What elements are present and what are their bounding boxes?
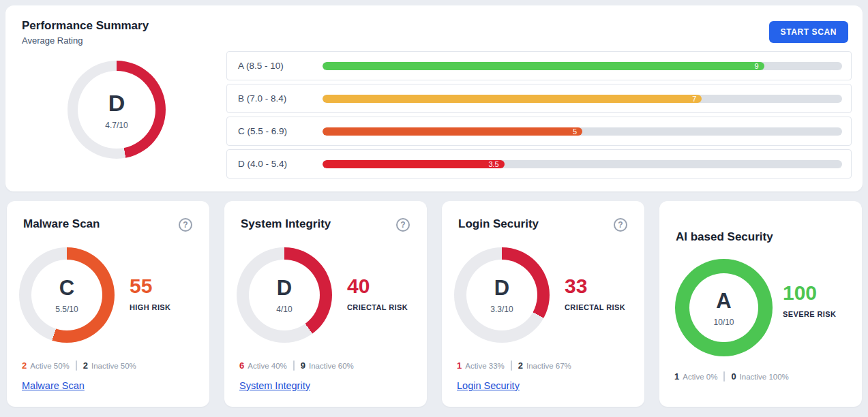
active-count: 2 xyxy=(22,360,27,371)
help-icon[interactable]: ? xyxy=(396,218,410,232)
card-title: System Integrity xyxy=(241,217,331,231)
risk-summary: 40 CRIECTAL RISK xyxy=(347,275,408,311)
grade-breakdown-list: A (8.5 - 10) 9 B (7.0 - 8.4) 7 C (5.5 - … xyxy=(226,51,852,182)
malware-scan-link[interactable]: Malware Scan xyxy=(22,380,85,391)
system-integrity-card: System Integrity ? D 4/10 40 CRIECTAL RI… xyxy=(224,201,427,407)
ai-based-security-card: AI based Security A 10/10 100 SEVERE RIS… xyxy=(659,201,862,407)
grade-row-c: C (5.5 - 6.9) 5 xyxy=(226,117,852,146)
grade-bar-fill: 3.5 xyxy=(323,160,505,168)
active-label: Active 40% xyxy=(248,362,287,370)
grade-row-label: D (4.0 - 5.4) xyxy=(238,159,323,169)
average-grade-letter: D xyxy=(108,90,125,117)
grade-letter: C xyxy=(59,276,74,300)
active-inactive-stats: 6 Active 40% 9 Inactive 60% xyxy=(239,360,354,371)
active-label: Active 33% xyxy=(465,362,505,370)
inactive-count: 9 xyxy=(301,360,305,371)
active-count: 1 xyxy=(674,371,679,382)
grade-bar-value: 3.5 xyxy=(488,160,498,168)
system-integrity-link[interactable]: System Integrity xyxy=(239,380,310,391)
help-icon[interactable]: ? xyxy=(179,218,192,232)
risk-label: HIGH RISK xyxy=(130,303,170,311)
grade-row-label: B (7.0 - 8.4) xyxy=(238,93,323,104)
login-security-link[interactable]: Login Security xyxy=(457,380,520,391)
stats-divider xyxy=(76,360,77,371)
risk-label: CRIECTAL RISK xyxy=(565,303,625,311)
grade-score: 10/10 xyxy=(713,318,734,327)
grade-bar-fill: 9 xyxy=(323,62,764,70)
risk-label: SEVERE RISK xyxy=(783,310,836,318)
system-integrity-donut: D 4/10 xyxy=(237,247,332,343)
stats-divider xyxy=(511,360,512,371)
malware-scan-donut: C 5.5/10 xyxy=(19,247,115,343)
grade-score: 3.3/10 xyxy=(490,305,513,314)
grade-bar-track: 9 xyxy=(323,62,842,70)
inactive-count: 2 xyxy=(83,360,88,371)
risk-value: 100 xyxy=(783,281,836,305)
risk-summary: 100 SEVERE RISK xyxy=(783,281,836,318)
grade-bar-value: 5 xyxy=(573,127,577,136)
grade-score: 5.5/10 xyxy=(55,305,78,314)
average-rating-donut: D 4.7/10 xyxy=(68,61,166,159)
grade-bar-value: 7 xyxy=(692,95,696,103)
active-inactive-stats: 1 Active 0% 0 Inactive 100% xyxy=(674,371,789,382)
card-title: AI based Security xyxy=(676,230,773,244)
risk-label: CRIECTAL RISK xyxy=(347,303,408,311)
inactive-label: Inactive 67% xyxy=(526,362,571,370)
grade-score: 4/10 xyxy=(276,305,292,314)
average-grade-score: 4.7/10 xyxy=(105,121,128,130)
risk-summary: 33 CRIECTAL RISK xyxy=(565,275,625,311)
inactive-label: Inactive 60% xyxy=(309,362,354,370)
risk-value: 33 xyxy=(565,275,625,298)
inactive-label: Inactive 50% xyxy=(91,362,136,370)
grade-bar-track: 7 xyxy=(323,95,842,103)
risk-summary: 55 HIGH RISK xyxy=(130,275,170,311)
stats-divider xyxy=(293,360,295,371)
grade-row-label: A (8.5 - 10) xyxy=(238,61,323,71)
active-inactive-stats: 2 Active 50% 2 Inactive 50% xyxy=(22,360,136,371)
inactive-count: 2 xyxy=(518,360,523,371)
card-title: Login Security xyxy=(458,217,539,231)
performance-summary-card: Performance Summary Average Rating START… xyxy=(5,5,863,191)
malware-scan-card: Malware Scan ? C 5.5/10 55 HIGH RISK 2 A… xyxy=(7,201,209,407)
active-label: Active 50% xyxy=(30,362,70,370)
grade-row-label: C (5.5 - 6.9) xyxy=(238,126,323,136)
grade-letter: D xyxy=(277,276,292,300)
grade-bar-track: 3.5 xyxy=(323,160,842,168)
active-count: 6 xyxy=(239,360,244,371)
ai-security-donut: A 10/10 xyxy=(675,259,773,356)
summary-subtitle: Average Rating xyxy=(22,35,83,46)
active-inactive-stats: 1 Active 33% 2 Inactive 67% xyxy=(457,360,571,371)
active-count: 1 xyxy=(457,360,462,371)
grade-bar-track: 5 xyxy=(323,127,842,136)
inactive-label: Inactive 100% xyxy=(740,373,789,381)
stats-divider xyxy=(723,371,725,382)
risk-value: 40 xyxy=(347,275,408,298)
grade-row-b: B (7.0 - 8.4) 7 xyxy=(226,84,852,113)
grade-bar-fill: 5 xyxy=(323,127,582,136)
start-scan-button[interactable]: START SCAN xyxy=(769,21,848,43)
grade-bar-value: 9 xyxy=(755,62,759,70)
grade-letter: A xyxy=(716,289,731,313)
inactive-count: 0 xyxy=(731,371,736,382)
risk-value: 55 xyxy=(130,275,170,298)
help-icon[interactable]: ? xyxy=(614,218,627,232)
login-security-card: Login Security ? D 3.3/10 33 CRIECTAL RI… xyxy=(442,201,644,407)
login-security-donut: D 3.3/10 xyxy=(454,247,550,343)
grade-bar-fill: 7 xyxy=(323,95,702,103)
grade-row-a: A (8.5 - 10) 9 xyxy=(226,51,852,80)
page-title: Performance Summary xyxy=(22,19,149,33)
card-title: Malware Scan xyxy=(23,217,100,231)
grade-row-d: D (4.0 - 5.4) 3.5 xyxy=(226,149,852,179)
active-label: Active 0% xyxy=(683,373,717,381)
grade-letter: D xyxy=(494,276,509,300)
